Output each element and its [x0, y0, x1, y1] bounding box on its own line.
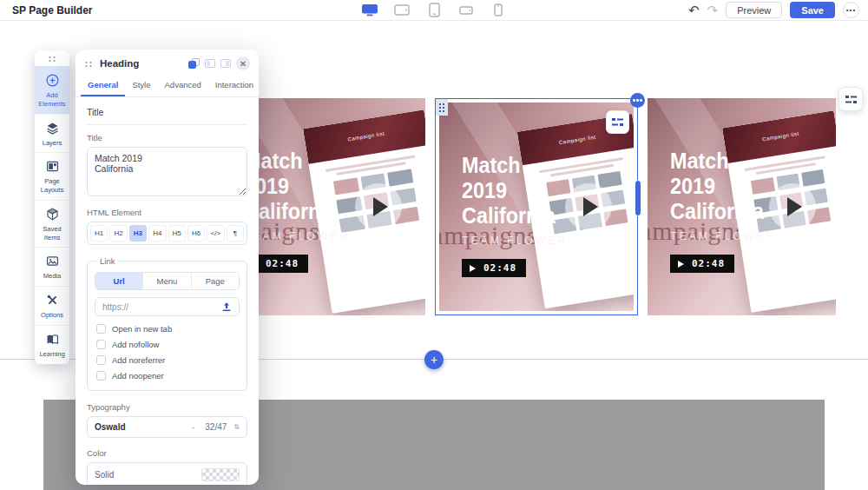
sidebar-item-layers[interactable]: Layers — [35, 114, 69, 153]
device-mobile-landscape-icon[interactable] — [457, 3, 476, 17]
duration-badge: 02:48 — [462, 259, 526, 277]
play-glyph-icon — [678, 261, 684, 268]
selected-column[interactable]: Campaigns Campaign list Match 2019 Calif… — [435, 98, 638, 315]
url-input[interactable] — [102, 302, 221, 312]
play-button[interactable] — [565, 183, 612, 230]
column-resize-handle[interactable] — [635, 180, 641, 216]
checkbox-add-noreferrer[interactable]: Add noreferrer — [96, 355, 240, 365]
play-triangle-icon — [583, 197, 598, 216]
play-button[interactable] — [355, 183, 402, 230]
more-options-button[interactable]: ••• — [843, 2, 859, 18]
column-drag-handle[interactable] — [436, 99, 448, 116]
redo-icon[interactable]: ↷ — [707, 3, 719, 17]
device-tablet-portrait-icon[interactable] — [424, 3, 444, 17]
undo-icon[interactable]: ↶ — [688, 3, 700, 17]
preview-button[interactable]: Preview — [726, 2, 782, 18]
dock-left-icon[interactable] — [205, 59, 215, 68]
color-swatch[interactable] — [201, 468, 240, 481]
dock-right-icon[interactable] — [220, 59, 231, 68]
checkbox-open-new-tab[interactable]: Open in new tab — [96, 324, 240, 334]
h5-button[interactable]: H5 — [168, 225, 186, 242]
sidebar-item-add-elements[interactable]: Add Elements — [35, 66, 69, 114]
h3-button[interactable]: H3 — [129, 225, 147, 242]
tab-advanced[interactable]: Advanced — [158, 76, 208, 96]
font-size-value[interactable]: 32/47 — [205, 422, 227, 432]
color-row: Solid — [87, 462, 247, 485]
play-triangle-icon — [373, 197, 388, 216]
checkbox-add-noopener[interactable]: Add noopener — [96, 371, 240, 381]
link-tab-page[interactable]: Page — [191, 273, 239, 289]
checkbox-icon — [96, 324, 106, 334]
code-button[interactable]: </> — [207, 225, 224, 242]
save-button[interactable]: Save — [790, 2, 835, 18]
row-settings-button[interactable] — [838, 87, 863, 111]
paragraph-button[interactable]: ¶ — [227, 225, 244, 242]
h4-button[interactable]: H4 — [148, 225, 166, 242]
play-button[interactable] — [769, 183, 816, 230]
panel-title: Heading — [100, 58, 182, 69]
page-layouts-icon — [45, 159, 60, 174]
column-options-badge[interactable] — [630, 93, 645, 108]
color-type-value[interactable]: Solid — [95, 470, 201, 480]
sidebar-item-label: Learning — [39, 350, 64, 359]
device-desktop-icon[interactable] — [360, 3, 379, 17]
link-checkboxes: Open in new tab Add nofollow Add norefer… — [96, 324, 240, 381]
sidebar-item-label: Layers — [43, 139, 62, 148]
add-row-button[interactable]: + — [424, 350, 444, 369]
drag-dots-icon — [438, 103, 445, 112]
mockup-thumb — [801, 169, 825, 186]
video-card-2[interactable]: Campaigns Campaign list Match 2019 Calif… — [439, 103, 634, 311]
mockup-thumb — [388, 169, 414, 186]
sidebar-item-media[interactable]: Media — [35, 247, 69, 286]
app-title: SP Page Builder — [12, 4, 92, 17]
builder-sidebar: Add Elements Layers Page Layouts Saved I… — [35, 50, 69, 364]
link-fieldset: Link Url Menu Page Open in new tab — [87, 256, 247, 391]
panel-tabs: General Style Advanced Interaction — [76, 76, 259, 97]
sidebar-item-label: Saved Items — [36, 225, 68, 242]
h1-button[interactable]: H1 — [90, 225, 108, 242]
mockup-title: Campaign list — [348, 131, 385, 142]
device-switcher — [360, 3, 508, 17]
h6-button[interactable]: H6 — [187, 225, 205, 242]
typography-separator: - — [192, 422, 194, 432]
checkbox-icon — [96, 340, 106, 349]
typography-row[interactable]: Oswald - 32/47 ⇅ — [87, 416, 247, 438]
card-subtitle: TEAM FLOWER — [670, 229, 776, 242]
link-tab-menu[interactable]: Menu — [142, 273, 190, 289]
device-mobile-portrait-icon[interactable] — [489, 3, 508, 17]
font-name[interactable]: Oswald — [95, 422, 192, 432]
element-settings-button[interactable] — [606, 110, 629, 134]
link-tab-url[interactable]: Url — [95, 273, 142, 289]
sidebar-item-learning[interactable]: Learning — [35, 325, 69, 364]
sidebar-item-saved-items[interactable]: Saved Items — [35, 200, 69, 248]
sidebar-item-label: Page Layouts — [36, 177, 68, 195]
sidebar-item-label: Add Elements — [36, 91, 68, 109]
tab-interaction[interactable]: Interaction — [208, 76, 259, 96]
size-lineheight-icon: ⇅ — [233, 423, 240, 431]
tab-general[interactable]: General — [81, 76, 125, 96]
title-field-label: Title — [87, 133, 247, 142]
mockup-thumb — [598, 171, 622, 189]
card-title: Match 2019 California — [462, 153, 566, 228]
mockup-title: Campaign list — [559, 134, 596, 145]
link-legend: Link — [96, 256, 118, 266]
video-card-3[interactable]: Campaigns Campaign list Match 2019 Calif… — [648, 98, 836, 315]
sidebar-item-options[interactable]: Options — [35, 286, 69, 325]
url-input-row — [95, 297, 240, 316]
card-title: Match 2019 California — [244, 149, 348, 224]
sidebar-item-page-layouts[interactable]: Page Layouts — [35, 152, 69, 200]
sidebar-drag-handle[interactable] — [35, 50, 69, 66]
close-icon[interactable]: ✕ — [236, 56, 250, 70]
title-textarea[interactable]: Match 2019 California — [87, 147, 247, 196]
html-element-label: HTML Element — [87, 208, 247, 217]
device-tablet-landscape-icon[interactable] — [392, 3, 411, 17]
checkbox-add-nofollow[interactable]: Add nofollow — [96, 340, 240, 349]
section-title: Title — [87, 107, 247, 125]
panel-drag-handle[interactable] — [84, 61, 94, 67]
upload-icon[interactable] — [221, 301, 232, 312]
html-element-group: H1 H2 H3 H4 H5 H6 </> ¶ — [87, 222, 247, 245]
tab-style[interactable]: Style — [125, 76, 157, 96]
duplicate-icon[interactable] — [188, 58, 200, 69]
media-icon — [45, 254, 60, 268]
h2-button[interactable]: H2 — [109, 225, 127, 242]
